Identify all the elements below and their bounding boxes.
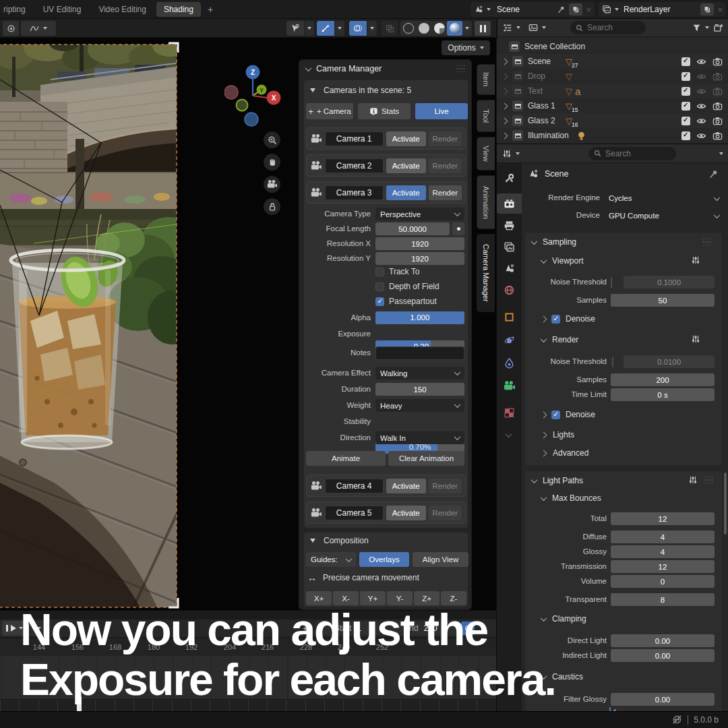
scene-selector[interactable]: Scene × [471,2,595,17]
overlays-toggle[interactable] [349,21,367,36]
render-button[interactable]: Render [429,185,462,200]
composition-header[interactable]: Composition [310,536,369,545]
activate-button[interactable]: Activate [386,158,426,173]
denoise-row[interactable]: Denoise [541,410,595,419]
transmission-field[interactable]: 12 [611,560,715,573]
exclude-checkbox[interactable] [681,57,690,66]
outliner-row[interactable]: Drop ▽ [497,69,728,84]
render-layer-selector[interactable]: RenderLayer × [599,2,726,17]
render-visibility-icon[interactable] [712,101,723,111]
filter-funnel-icon[interactable] [692,24,701,32]
render-visibility-icon[interactable] [712,131,723,141]
passepartout-checkbox[interactable] [375,297,384,306]
clear-animation-button[interactable]: Clear Animation [388,451,464,466]
animate-button[interactable]: Animate [306,451,386,466]
device-dropdown[interactable]: GPU Compute [604,209,724,222]
camera-type-dropdown[interactable]: Perspective [375,208,464,220]
eye-icon[interactable] [696,116,706,126]
render-engine-dropdown[interactable]: Cycles [604,191,724,205]
selectability-dropdown[interactable] [305,21,314,36]
outliner-row-root[interactable]: Scene Collection [497,39,728,54]
add-workspace-button[interactable]: + [204,2,217,17]
exclude-checkbox[interactable] [681,87,690,96]
pin-icon[interactable] [708,169,719,179]
tab-tool-icon[interactable] [504,173,515,184]
workspace-tab-uv-editing[interactable]: UV Editing [36,2,89,17]
noise-threshold-checkbox[interactable] [612,357,613,367]
render-button[interactable]: Render [429,479,462,493]
gizmo-dropdown[interactable] [335,21,344,36]
move-x-plus-button[interactable]: X+ [306,591,332,605]
track-to-row[interactable]: Track To [375,267,419,276]
depth-of-field-row[interactable]: Depth of Field [375,282,439,291]
render-subheader[interactable]: Render [541,335,578,344]
direct-light-field[interactable]: 0.00 [611,634,715,647]
glossy-field[interactable]: 4 [611,545,715,558]
noise-threshold-checkbox[interactable] [611,277,612,288]
indirect-light-field[interactable]: 0.00 [611,649,715,662]
scrollbar[interactable] [724,473,727,535]
chevron-down-icon[interactable] [719,152,723,155]
resolution-y-field[interactable]: 1920 [375,252,464,265]
render-button[interactable]: Render [429,158,462,173]
direction-dropdown[interactable]: Walk In [375,431,464,444]
navigation-gizmo[interactable]: Z Y X [224,59,292,133]
guides-dropdown[interactable]: Guides: [306,552,356,567]
clamping-subheader[interactable]: Clamping [541,614,586,624]
camera-view-button[interactable] [264,176,280,193]
activate-button[interactable]: Activate [386,506,426,520]
add-camera-button[interactable]: ++ Camera [306,103,353,119]
tab-constraints-icon[interactable] [504,357,515,369]
activate-button[interactable]: Activate [386,131,426,146]
exclude-checkbox[interactable] [681,72,690,81]
move-z-plus-button[interactable]: Z+ [414,591,439,605]
tab-view-layer-icon[interactable] [504,241,515,253]
filter-id-icon[interactable] [528,23,538,32]
weight-dropdown[interactable]: Heavy [375,399,464,412]
eye-icon[interactable] [696,57,706,67]
cameras-section-header[interactable]: Cameras in the scene: 5 [310,86,411,95]
filter-settings-icon[interactable] [688,475,698,485]
outliner-row[interactable]: Illumination [497,128,728,143]
notes-input[interactable] [375,346,464,360]
expand-icon[interactable] [502,132,508,139]
gizmo-toggle[interactable] [317,21,334,36]
denoise-checkbox[interactable] [551,411,560,419]
axis-neg-y[interactable] [237,100,248,111]
move-x-minus-button[interactable]: X- [333,591,359,605]
axis-neg-z[interactable] [245,113,258,126]
expand-icon[interactable] [502,117,508,124]
close-icon[interactable]: × [717,5,723,15]
expand-icon[interactable] [502,58,508,65]
drag-handle[interactable]: :::::::: [456,65,466,72]
activate-button[interactable]: Activate [386,479,426,493]
camera-name-field[interactable]: Camera 1 [325,131,384,146]
eye-icon[interactable] [696,131,706,141]
outliner-row[interactable]: Scene ▽27 [497,54,728,69]
transparent-field[interactable]: 8 [611,593,715,606]
close-icon[interactable]: × [586,5,591,15]
xray-toggle[interactable] [382,21,398,36]
light-paths-header[interactable]: Light Paths [532,476,583,485]
falloff-dropdown[interactable] [21,21,56,36]
render-visibility-icon[interactable] [712,71,723,82]
duration-field[interactable]: 150 [375,383,464,396]
outliner-search[interactable]: Search [570,21,646,34]
tab-physics-icon[interactable] [504,334,515,346]
exclude-checkbox[interactable] [681,131,690,140]
tab-texture-icon[interactable] [504,407,515,419]
noise-threshold-field[interactable]: 0.0100 [624,355,715,368]
expand-icon[interactable] [502,88,508,94]
shading-wireframe-button[interactable] [400,21,416,36]
camera-name-field[interactable]: Camera 3 [325,185,384,200]
options-button[interactable]: Options [442,40,490,55]
volume-field[interactable]: 0 [611,575,715,588]
expand-icon[interactable] [502,102,508,109]
stats-button[interactable]: Stats [358,103,411,119]
tab-object-data-icon[interactable] [504,380,515,392]
passepartout-row[interactable]: Passepartout [375,297,437,306]
resolution-x-field[interactable]: 1920 [375,237,464,250]
render-visibility-icon[interactable] [712,86,723,96]
workspace-tab-shading[interactable]: Shading [156,2,201,17]
camera-name-field[interactable]: Camera 2 [325,158,384,173]
